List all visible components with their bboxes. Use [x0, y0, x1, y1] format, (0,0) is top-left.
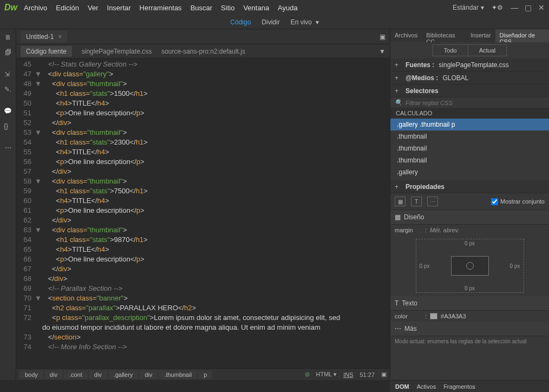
code-line[interactable]: 54 <h1 class="stats">2300</h1>	[16, 138, 390, 147]
breadcrumb-item[interactable]: div	[44, 370, 63, 379]
code-line[interactable]: 64 <h1 class="stats">9870</h1>	[16, 235, 390, 245]
text-category-icon[interactable]: T	[411, 197, 422, 206]
breadcrumb-item[interactable]: .cont	[64, 370, 88, 379]
viewmode-split[interactable]: Dividir	[262, 18, 279, 26]
menu-ver[interactable]: Ver	[88, 4, 99, 12]
code-line[interactable]: 47▼ <div class="gallery">	[16, 69, 390, 79]
files-icon[interactable]: 🗐	[5, 49, 11, 56]
menu-archivo[interactable]: Archivo	[24, 4, 47, 12]
expand-icon[interactable]: ⇲	[4, 70, 11, 78]
show-set-checkbox[interactable]: Mostrar conjunto	[491, 198, 545, 205]
code-line[interactable]: 59 <h1 class="stats">7500</h1>	[16, 186, 390, 196]
code-line[interactable]: 57 </div>	[16, 167, 390, 177]
panel-tab[interactable]: Archivos	[390, 29, 422, 42]
selectors-header[interactable]: + Selectores	[390, 84, 549, 97]
more-category-icon[interactable]: ⋯	[427, 197, 438, 206]
selector-item[interactable]: .thumbnail	[390, 154, 549, 166]
code-line[interactable]: 51 <p>One line description</p>	[16, 108, 390, 118]
breadcrumb-item[interactable]: p	[198, 370, 212, 379]
more-icon[interactable]: ⋯	[5, 144, 11, 152]
code-line[interactable]: 65 <h4>TITLE</h4>	[16, 245, 390, 254]
plus-icon[interactable]: +	[395, 87, 401, 95]
code-line[interactable]: 71 <h2 class="parallax">PARALLAX HERO</h…	[16, 303, 390, 313]
breadcrumb-item[interactable]: .gallery	[108, 370, 138, 379]
margin-property[interactable]: margin: Mét. abrev.	[390, 225, 549, 236]
close-icon[interactable]: ✕	[538, 3, 545, 12]
panel-tab[interactable]: Bibliotecas CC	[422, 29, 466, 42]
document-tab[interactable]: Untitled-1 ×	[21, 31, 67, 43]
code-line[interactable]: 70▼ <section class="banner">	[16, 293, 390, 303]
menu-insertar[interactable]: Insertar	[107, 4, 131, 12]
menu-ventana[interactable]: Ventana	[243, 4, 269, 12]
code-line[interactable]: 50 <h4>TITLE</h4>	[16, 99, 390, 108]
code-line[interactable]: 60 <h4>TITLE</h4>	[16, 196, 390, 206]
code-line[interactable]: 58▼ <div class="thumbnail">	[16, 177, 390, 186]
link-icon[interactable]	[466, 262, 474, 270]
menu-edición[interactable]: Edición	[56, 4, 79, 12]
panel-toggle-icon[interactable]: ▣	[380, 33, 385, 41]
sources-row[interactable]: + Fuentes : singlePageTemplate.css	[390, 58, 549, 71]
layout-category-icon[interactable]: ▦	[395, 197, 406, 206]
source-code-button[interactable]: Código fuente	[21, 46, 72, 57]
wand-icon[interactable]: ✎.	[4, 86, 11, 93]
filter-input[interactable]: 🔍 Filtrar reglas CSS	[390, 97, 549, 108]
braces-icon[interactable]: {}	[4, 122, 12, 130]
selector-item[interactable]: .thumbnail	[390, 130, 549, 142]
breadcrumb-item[interactable]: body	[19, 370, 43, 379]
code-line[interactable]: 68 </div>	[16, 274, 390, 284]
related-file[interactable]: source-sans-pro:n2:default.js	[161, 48, 245, 55]
maximize-icon[interactable]: ▢	[525, 3, 532, 12]
related-file[interactable]: singlePageTemplate.css	[82, 48, 152, 55]
bottom-tab[interactable]: Activos	[417, 383, 436, 390]
viewmode-live[interactable]: En vivo ▾	[291, 18, 319, 26]
file-icon[interactable]: 🗎	[5, 34, 11, 41]
code-line[interactable]: 72 <p class="parallax_description">Lorem…	[16, 313, 390, 332]
code-line[interactable]: 62 </div>	[16, 215, 390, 225]
color-swatch[interactable]	[430, 313, 437, 319]
code-editor[interactable]: 45 <!-- Stats Gallery Section -->47▼ <di…	[16, 58, 390, 368]
code-line[interactable]: 49 <h1 class="stats">1500</h1>	[16, 89, 390, 99]
menu-sitio[interactable]: Sitio	[221, 4, 234, 12]
tab-close-icon[interactable]: ×	[58, 33, 62, 41]
plus-icon[interactable]: +	[395, 74, 401, 82]
code-line[interactable]: 63▼ <div class="thumbnail">	[16, 225, 390, 235]
properties-header[interactable]: + Propiedades	[390, 180, 549, 193]
breadcrumb-item[interactable]: div	[139, 370, 158, 379]
settings-icon[interactable]: ✦⚙	[492, 4, 503, 11]
code-line[interactable]: 55 <h4>TITLE</h4>	[16, 147, 390, 157]
code-line[interactable]: 48▼ <div class="thumbnail">	[16, 79, 390, 89]
selector-item[interactable]: .thumbnail	[390, 142, 549, 154]
insert-mode[interactable]: INS	[343, 371, 353, 378]
bottom-tab[interactable]: DOM	[395, 383, 409, 390]
code-line[interactable]: 61 <p>One line description</p>	[16, 206, 390, 215]
code-line[interactable]: 56 <p>One line description</p>	[16, 157, 390, 167]
code-line[interactable]: 45 <!-- Stats Gallery Section -->	[16, 60, 390, 69]
selector-item[interactable]: .gallery .thumbnail p	[390, 119, 549, 130]
box-model[interactable]: 0 px 0 px 0 px 0 px	[416, 239, 524, 293]
menu-ayuda[interactable]: Ayuda	[278, 4, 298, 12]
workspace-menu[interactable]: Estándar ▾	[453, 4, 484, 11]
filter-icon[interactable]: ▼	[379, 48, 385, 55]
plus-icon[interactable]: +	[395, 61, 401, 69]
code-line[interactable]: 69 <!-- Parallax Section -->	[16, 284, 390, 293]
panel-tab[interactable]: Diseñador de CSS	[495, 29, 549, 42]
menu-buscar[interactable]: Buscar	[191, 4, 212, 12]
color-property[interactable]: color: #A3A3A3	[390, 311, 549, 322]
panel-tab[interactable]: Insertar	[466, 29, 495, 42]
breadcrumb-item[interactable]: .thumbnail	[159, 370, 197, 379]
code-line[interactable]: 73 </section>	[16, 332, 390, 342]
language-selector[interactable]: HTML ▾	[316, 371, 337, 378]
mode-current[interactable]: Actual	[468, 44, 507, 56]
mode-all[interactable]: Todo	[433, 44, 468, 56]
code-line[interactable]: 66 <p>One line description</p>	[16, 254, 390, 264]
code-line[interactable]: 52 </div>	[16, 118, 390, 128]
breadcrumb-item[interactable]: div	[89, 370, 107, 379]
comment-icon[interactable]: 💬	[4, 107, 12, 115]
media-row[interactable]: + @Medios : GLOBAL	[390, 71, 549, 84]
plus-icon[interactable]: +	[395, 183, 401, 191]
minimize-icon[interactable]: —	[511, 3, 518, 12]
viewmode-code[interactable]: Código	[230, 18, 251, 26]
menu-herramientas[interactable]: Herramientas	[140, 4, 182, 12]
code-line[interactable]: 67 </div>	[16, 264, 390, 274]
overflow-icon[interactable]: ▣	[381, 371, 387, 378]
